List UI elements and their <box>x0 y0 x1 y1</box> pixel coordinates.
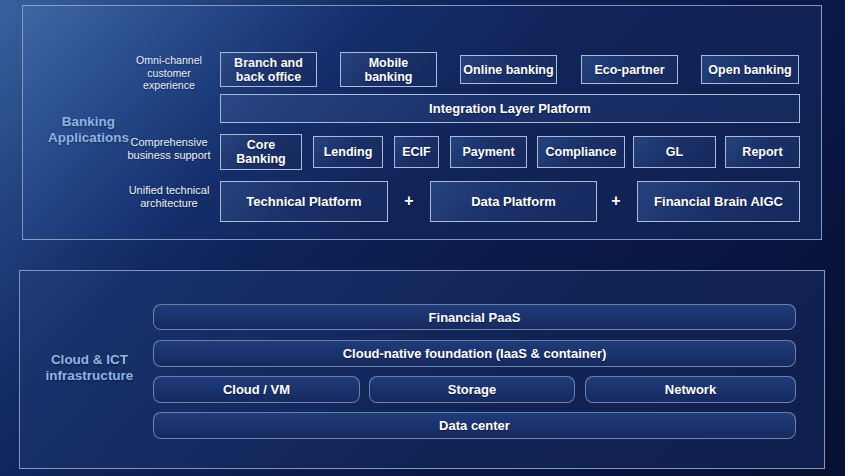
unified-label-line1: Unified technical <box>119 184 219 197</box>
ecif-box: ECIF <box>394 136 439 168</box>
plus-sign-1: + <box>404 192 413 210</box>
omni-channel-label-line2: customer <box>123 67 215 80</box>
unified-label-line2: architecture <box>119 197 219 210</box>
cloud-vm-box: Cloud / VM <box>153 376 360 403</box>
financial-paas-box: Financial PaaS <box>153 304 796 330</box>
branch-back-office-box: Branch and back office <box>220 52 317 87</box>
lending-box: Lending <box>313 136 383 168</box>
comprehensive-label-line1: Comprehensive <box>119 136 219 149</box>
omni-channel-label: Omni-channel customer experience <box>123 54 215 92</box>
data-platform-box: Data Platform <box>430 181 597 222</box>
cloud-title-line2: infrastructure <box>32 368 147 384</box>
online-banking-box: Online banking <box>460 55 557 84</box>
financial-brain-aigc-box: Financial Brain AIGC <box>637 181 800 222</box>
cloud-ict-infrastructure-title: Cloud & ICT infrastructure <box>32 352 147 383</box>
plus-sign-2: + <box>611 192 620 210</box>
eco-partner-box: Eco-partner <box>581 55 678 84</box>
comprehensive-label-line2: business support <box>119 149 219 162</box>
banking-applications-panel: Banking Applications Omni-channel custom… <box>22 5 822 240</box>
data-center-box: Data center <box>153 412 796 439</box>
core-banking-box: Core Banking <box>220 134 302 170</box>
network-box: Network <box>585 376 796 403</box>
open-banking-box: Open banking <box>701 55 799 84</box>
omni-channel-label-line1: Omni-channel <box>123 54 215 67</box>
integration-layer-platform-bar: Integration Layer Platform <box>220 94 800 123</box>
storage-box: Storage <box>369 376 575 403</box>
report-box: Report <box>725 136 800 168</box>
payment-box: Payment <box>450 136 527 168</box>
comprehensive-business-support-label: Comprehensive business support <box>119 136 219 162</box>
cloud-title-line1: Cloud & ICT <box>32 352 147 368</box>
mobile-banking-box: Mobile banking <box>340 52 437 87</box>
compliance-box: Compliance <box>537 136 625 168</box>
cloud-native-foundation-box: Cloud-native foundation (IaaS & containe… <box>153 340 796 367</box>
gl-box: GL <box>633 136 716 168</box>
unified-technical-architecture-label: Unified technical architecture <box>119 184 219 210</box>
technical-platform-box: Technical Platform <box>220 181 388 222</box>
cloud-ict-infrastructure-panel: Cloud & ICT infrastructure Financial Paa… <box>19 270 825 469</box>
architecture-diagram: Banking Applications Omni-channel custom… <box>0 0 845 476</box>
omni-channel-label-line3: experience <box>123 79 215 92</box>
